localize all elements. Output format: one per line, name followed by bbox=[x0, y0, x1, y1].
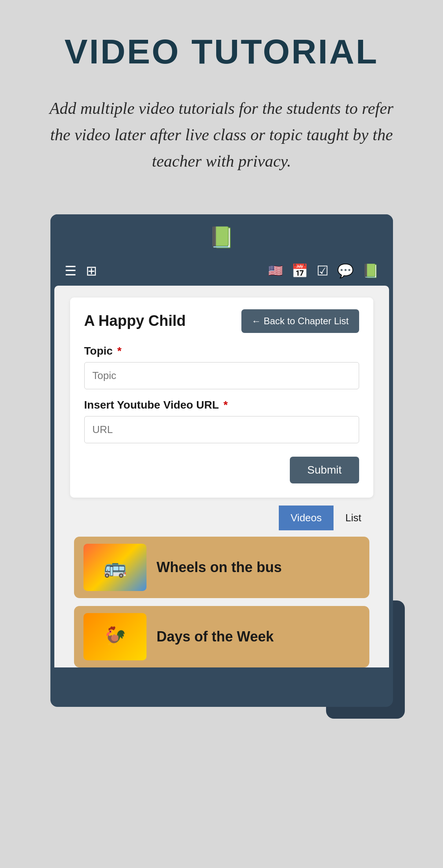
hamburger-icon[interactable]: ☰ bbox=[65, 263, 76, 279]
video-list: 🚌 Wheels on the bus 🐓 Days of the Week bbox=[70, 530, 373, 667]
back-to-chapter-button[interactable]: ← Back to Chapter List bbox=[241, 309, 359, 333]
video-title-1: Wheels on the bus bbox=[157, 559, 282, 576]
url-required-marker: * bbox=[221, 399, 228, 411]
mockup-bottom bbox=[54, 675, 389, 707]
content-area: A Happy Child ← Back to Chapter List Top… bbox=[54, 286, 389, 667]
video-thumbnail-1: 🚌 bbox=[83, 544, 146, 591]
video-thumbnail-2: 🐓 bbox=[83, 613, 146, 660]
calendar-icon[interactable]: 📅 bbox=[291, 263, 308, 279]
check-icon[interactable]: ☑ bbox=[317, 263, 328, 279]
app-mockup: 📗 ☰ ⊞ 🇺🇸 📅 ☑ 💬 📗 A Happy Child ← B bbox=[50, 214, 393, 707]
video-title-2: Days of the Week bbox=[157, 628, 274, 645]
submit-button[interactable]: Submit bbox=[290, 457, 359, 483]
toolbar-left: ☰ ⊞ bbox=[65, 263, 97, 279]
url-field: Insert Youtube Video URL * bbox=[84, 399, 359, 453]
nav-bar: 📗 bbox=[50, 214, 393, 257]
topic-field: Topic * bbox=[84, 345, 359, 399]
topic-label: Topic * bbox=[84, 345, 359, 357]
toolbar: ☰ ⊞ 🇺🇸 📅 ☑ 💬 📗 bbox=[50, 257, 393, 286]
url-label: Insert Youtube Video URL * bbox=[84, 399, 359, 411]
app-logo-icon: 📗 bbox=[209, 225, 234, 249]
hero-section: VIDEO TUTORIAL Add multiple video tutori… bbox=[0, 0, 443, 214]
form-card: A Happy Child ← Back to Chapter List Top… bbox=[70, 297, 373, 498]
chapter-title: A Happy Child bbox=[84, 312, 186, 329]
flag-icon[interactable]: 🇺🇸 bbox=[268, 264, 283, 277]
tab-row: Videos List bbox=[70, 506, 373, 530]
whatsapp-icon[interactable]: 💬 bbox=[337, 263, 354, 279]
mockup-wrapper: 📗 ☰ ⊞ 🇺🇸 📅 ☑ 💬 📗 A Happy Child ← B bbox=[0, 214, 443, 730]
tab-videos[interactable]: Videos bbox=[279, 506, 334, 530]
topic-input[interactable] bbox=[84, 362, 359, 389]
submit-row: Submit bbox=[84, 457, 359, 483]
list-item[interactable]: 🚌 Wheels on the bus bbox=[74, 537, 369, 598]
page-title: VIDEO TUTORIAL bbox=[24, 32, 419, 72]
book-nav-icon[interactable]: 📗 bbox=[362, 263, 379, 279]
topic-required-marker: * bbox=[114, 345, 122, 357]
grid-icon[interactable]: ⊞ bbox=[86, 263, 97, 279]
tab-list[interactable]: List bbox=[334, 506, 373, 530]
hero-description: Add multiple video tutorials for the stu… bbox=[44, 95, 399, 175]
form-header: A Happy Child ← Back to Chapter List bbox=[84, 309, 359, 333]
list-item[interactable]: 🐓 Days of the Week bbox=[74, 606, 369, 667]
url-input[interactable] bbox=[84, 416, 359, 443]
toolbar-right: 🇺🇸 📅 ☑ 💬 📗 bbox=[268, 263, 379, 279]
